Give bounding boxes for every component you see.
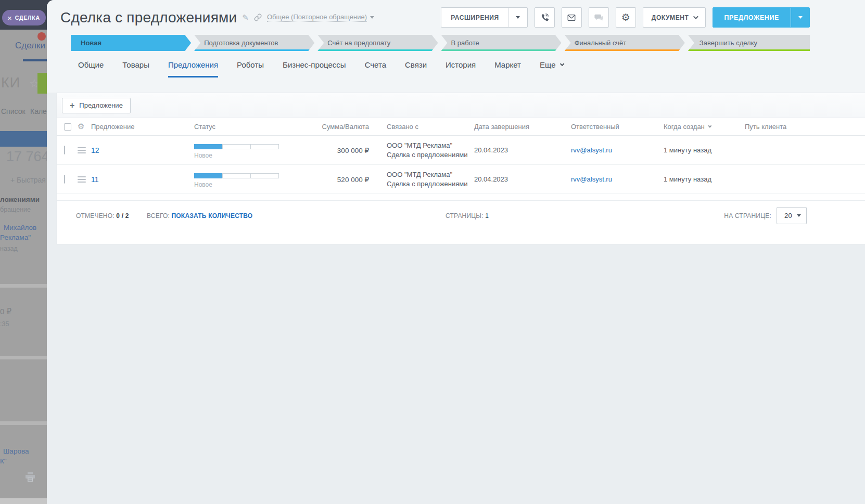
grid-toolbar: + Предложение	[57, 93, 865, 118]
grid-header-row: ⚙ Предложение Статус Сумма/Валюта Связан…	[57, 118, 865, 136]
column-created[interactable]: Когда создан	[664, 123, 745, 131]
add-offer-dropdown[interactable]	[791, 8, 809, 27]
stage-label: Финальный счёт	[575, 39, 627, 47]
background-view-list: Список	[1, 107, 26, 115]
column-finish-date[interactable]: Дата завершения	[474, 123, 571, 131]
table-row: 12 Новое 300 000 ₽ ООО "МТД Реклама" Сде…	[57, 136, 865, 165]
background-green-button-fragment	[37, 73, 47, 94]
tab-invoices[interactable]: Счета	[365, 60, 386, 77]
background-counter: 17 764	[6, 149, 49, 165]
chat-button[interactable]	[589, 7, 609, 28]
background-company-fragment: Реклама"	[0, 234, 31, 241]
offers-grid-card: + Предложение ⚙ Предложение Статус Сумма…	[56, 93, 865, 244]
background-divider	[0, 498, 47, 504]
tab-history[interactable]: История	[446, 60, 476, 77]
offer-link[interactable]: 12	[91, 146, 99, 154]
column-client-path[interactable]: Путь клиента	[745, 123, 860, 131]
pages-indicator: СТРАНИЦЫ: 1	[446, 212, 489, 219]
row-menu-icon[interactable]	[78, 176, 86, 183]
background-tab-underline	[23, 59, 47, 61]
background-view-calendar-fragment: Кале	[30, 107, 47, 115]
stage-close-deal[interactable]: Завершить сделку	[688, 35, 810, 51]
background-quick-add-fragment: + Быстрая	[10, 176, 46, 184]
background-company2-fragment: К"	[0, 457, 7, 465]
tab-products[interactable]: Товары	[122, 60, 149, 77]
select-all-checkbox[interactable]	[64, 123, 71, 131]
column-status[interactable]: Статус	[194, 123, 306, 131]
stage-new[interactable]: Новая	[71, 35, 191, 51]
extensions-button[interactable]: РАСШИРЕНИЯ	[441, 7, 528, 28]
grid-settings-gear-icon[interactable]: ⚙	[78, 123, 84, 131]
tab-market[interactable]: Маркет	[494, 60, 521, 77]
copy-link-icon[interactable]	[254, 14, 262, 21]
total-counter: ВСЕГО: ПОКАЗАТЬ КОЛИЧЕСТВО	[147, 212, 252, 219]
column-offer[interactable]: Предложение	[91, 123, 194, 131]
close-icon: ×	[7, 14, 12, 22]
stage-underline	[441, 49, 562, 51]
row-checkbox[interactable]	[64, 146, 65, 154]
background-tab-deals: Сделки	[15, 41, 45, 51]
row-checkbox[interactable]	[64, 175, 65, 184]
tab-business-processes[interactable]: Бизнес-процессы	[283, 60, 346, 77]
background-sum-fragment: 0 ₽	[0, 307, 11, 316]
related-cell: ООО "МТД Реклама" Сделка с предложениями	[372, 141, 474, 159]
column-responsible[interactable]: Ответственный	[571, 123, 664, 131]
background-time2-fragment: :35	[0, 320, 9, 328]
caret-down-icon	[516, 16, 520, 19]
page-size-control: НА СТРАНИЦЕ: 20	[724, 207, 807, 224]
add-offer-button[interactable]: ПРЕДЛОЖЕНИЕ	[713, 7, 810, 28]
responsible-link[interactable]: rvv@alsyst.ru	[571, 175, 612, 183]
background-divider	[0, 421, 47, 425]
finish-date-cell: 20.04.2023	[474, 146, 571, 154]
stage-label: Счёт на предоплату	[327, 39, 390, 47]
sum-cell: 520 000 ₽	[306, 175, 372, 184]
edit-title-icon[interactable]: ✎	[242, 13, 249, 22]
status-progress-bar	[194, 144, 306, 149]
header-actions: РАСШИРЕНИЯ ⚙ ДОКУМЕНТ	[441, 7, 810, 28]
tab-links[interactable]: Связи	[405, 60, 427, 77]
stage-prepayment-invoice[interactable]: Счёт на предоплату	[317, 35, 438, 51]
slider-entity-label: СДЕЛКА	[15, 15, 40, 21]
add-offer-row-button[interactable]: + Предложение	[62, 98, 131, 113]
chevron-down-icon	[370, 16, 374, 19]
deal-slider-panel: Сделка с предложениями ✎ Общее (Повторно…	[47, 0, 865, 504]
stage-underline	[565, 49, 685, 51]
stage-label: В работе	[451, 39, 479, 47]
slider-close-pill[interactable]: × СДЕЛКА	[2, 10, 46, 25]
gear-icon: ⚙	[621, 12, 630, 22]
deal-header: Сделка с предложениями ✎ Общее (Повторно…	[60, 0, 853, 28]
stage-in-progress[interactable]: В работе	[441, 35, 562, 51]
background-divider	[0, 284, 47, 288]
notification-badge	[37, 32, 46, 41]
stage-label: Новая	[81, 39, 101, 47]
email-button[interactable]	[562, 7, 582, 28]
tab-general[interactable]: Общие	[78, 60, 104, 77]
column-related[interactable]: Связано с	[372, 123, 474, 131]
column-sum[interactable]: Сумма/Валюта	[306, 123, 372, 131]
page-size-select[interactable]: 20	[777, 207, 807, 224]
background-heading-fragment: КИ	[1, 75, 20, 91]
deal-tabs: Общие Товары Предложения Роботы Бизнес-п…	[78, 60, 853, 77]
grid-footer: ОТМЕЧЕНО: 0 / 2 ВСЕГО: ПОКАЗАТЬ КОЛИЧЕСТ…	[57, 200, 865, 244]
stage-label: Подготовка документов	[204, 39, 278, 47]
background-time-fragment: назад	[0, 245, 18, 252]
table-row: 11 Новое 520 000 ₽ ООО "МТД Реклама" Сде…	[57, 165, 865, 194]
offer-link[interactable]: 11	[91, 175, 99, 184]
tab-offers[interactable]: Предложения	[168, 60, 218, 77]
settings-button[interactable]: ⚙	[616, 7, 636, 28]
responsible-link[interactable]: rvv@alsyst.ru	[571, 146, 612, 154]
checked-counter: ОТМЕЧЕНО: 0 / 2	[76, 212, 129, 219]
printer-icon	[25, 472, 35, 482]
document-button[interactable]: ДОКУМЕНТ	[643, 7, 706, 28]
background-deal-title-fragment: ложениями	[0, 196, 40, 203]
stage-final-invoice[interactable]: Финальный счёт	[565, 35, 685, 51]
chevron-down-icon	[559, 61, 564, 66]
category-selector[interactable]: Общее (Повторное обращение)	[267, 13, 367, 22]
show-count-link[interactable]: ПОКАЗАТЬ КОЛИЧЕСТВО	[172, 212, 253, 219]
tab-more[interactable]: Еще	[540, 60, 563, 77]
extensions-dropdown[interactable]	[508, 8, 527, 27]
tab-robots[interactable]: Роботы	[237, 60, 264, 77]
row-menu-icon[interactable]	[78, 147, 86, 153]
stage-doc-preparation[interactable]: Подготовка документов	[194, 35, 314, 51]
call-button[interactable]	[535, 7, 555, 28]
